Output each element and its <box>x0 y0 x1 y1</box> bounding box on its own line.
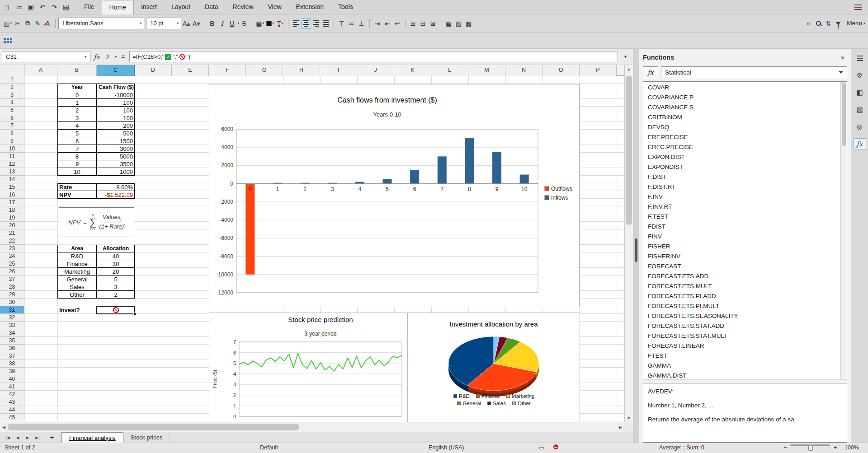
column-header-E[interactable]: E <box>172 65 209 76</box>
menu-layout[interactable]: Layout <box>164 0 198 14</box>
menu-extension[interactable]: Extension <box>289 0 331 14</box>
font-color-button[interactable]: T▾ <box>275 18 285 29</box>
row-header-11[interactable]: 11 <box>0 153 24 160</box>
cell-C27[interactable]: 5 <box>97 276 135 283</box>
menubar-hamburger-icon[interactable] <box>854 5 862 10</box>
column-header-M[interactable]: M <box>468 65 505 76</box>
menu-insert[interactable]: Insert <box>134 0 164 14</box>
column-header-I[interactable]: I <box>320 65 357 76</box>
previous-sheet-icon[interactable]: ◀ <box>13 432 23 443</box>
cell-C26[interactable]: 20 <box>97 268 135 276</box>
font-size-combo[interactable]: 10 pt▾ <box>146 18 181 29</box>
splitter-grip[interactable] <box>635 238 637 262</box>
cell-B3[interactable]: 0 <box>57 91 97 99</box>
insert-function-icon[interactable]: ƒx <box>643 66 658 78</box>
increase-font-size-button[interactable]: A▴ <box>181 18 191 29</box>
menu-file[interactable]: File <box>77 0 102 14</box>
align-center-button[interactable] <box>301 18 311 29</box>
row-header-41[interactable]: 41 <box>0 383 24 391</box>
name-box[interactable]: C31 ▾ <box>2 51 90 62</box>
function-list-item[interactable]: F.DIST <box>643 172 840 182</box>
npv-formula-image[interactable]: NPV = N ∑ i=0 Valuesi (1+ Rate)i <box>59 207 134 237</box>
column-header-J[interactable]: J <box>357 65 394 76</box>
scroll-up-icon[interactable]: ▲ <box>625 65 633 73</box>
cell-B13[interactable]: 10 <box>57 168 97 176</box>
row-header-23[interactable]: 23 <box>0 245 24 252</box>
cell-cursor[interactable] <box>96 306 135 314</box>
paste-button[interactable]: ▥▾ <box>3 18 13 29</box>
bold-button[interactable]: B <box>207 18 217 29</box>
cell-C6[interactable]: 100 <box>97 114 135 122</box>
row-header-2[interactable]: 2 <box>0 84 24 91</box>
add-sheet-button[interactable]: + <box>46 432 58 443</box>
cell-C8[interactable]: 500 <box>97 130 135 137</box>
function-list-item[interactable]: FTEST <box>643 351 840 361</box>
column-header-O[interactable]: O <box>542 65 580 76</box>
row-header-28[interactable]: 28 <box>0 283 24 291</box>
function-list-item[interactable]: FORECAST.ETS.PI.MULT <box>643 301 840 311</box>
cell-C23[interactable]: Allocation <box>97 245 135 252</box>
clone-formatting-button[interactable]: ✎ <box>33 18 42 29</box>
search-icon[interactable] <box>813 18 823 29</box>
row-header-45[interactable]: 45 <box>0 414 24 421</box>
horizontal-scrollbar[interactable]: ◀ ▶ <box>0 422 624 432</box>
align-justify-button[interactable] <box>321 18 331 29</box>
formula-input[interactable]: =IF(C16>0," ✓ "," ") <box>129 51 618 62</box>
cell-B2[interactable]: Year <box>57 84 97 91</box>
row-header-9[interactable]: 9 <box>0 137 24 145</box>
function-list-item[interactable]: ERFC.PRECISE <box>643 142 840 152</box>
document-modified-icon[interactable] <box>553 444 558 449</box>
function-list-item[interactable]: COVARIANCE.P <box>643 93 840 103</box>
row-header-1[interactable]: 1 <box>0 76 24 84</box>
cell-B16[interactable]: NPV <box>57 191 97 199</box>
autosum-icon[interactable]: Σ <box>103 51 113 62</box>
decrease-font-size-button[interactable]: A▾ <box>191 18 201 29</box>
strikethrough-button[interactable]: S <box>239 18 249 29</box>
menu-view[interactable]: View <box>260 0 288 14</box>
sidebar-close-icon[interactable]: × <box>838 54 847 61</box>
row-header-21[interactable]: 21 <box>0 229 24 237</box>
formula-equals-icon[interactable]: = <box>118 51 128 62</box>
row-header-36[interactable]: 36 <box>0 345 24 352</box>
underline-button[interactable]: U <box>227 18 237 29</box>
function-list-item[interactable]: DEVSQ <box>643 122 840 132</box>
cell-C15[interactable]: 8.00% <box>97 183 135 191</box>
row-header-17[interactable]: 17 <box>0 199 24 206</box>
menu-review[interactable]: Review <box>226 0 261 14</box>
row-header-34[interactable]: 34 <box>0 329 24 337</box>
cell-B28[interactable]: Sales <box>57 283 97 291</box>
align-right-button[interactable] <box>311 18 321 29</box>
row-header-43[interactable]: 43 <box>0 398 24 406</box>
functions-icon[interactable]: ƒx <box>854 138 866 150</box>
zoom-out-button[interactable]: − <box>783 444 787 451</box>
save-icon[interactable]: ▣ <box>26 3 35 11</box>
toolbar-overflow-icon[interactable]: » <box>803 18 813 29</box>
row-header-8[interactable]: 8 <box>0 130 24 137</box>
cell-B31[interactable]: Invest? <box>57 306 97 314</box>
cell-B12[interactable]: 9 <box>57 160 97 168</box>
row-header-39[interactable]: 39 <box>0 368 24 375</box>
cells-button[interactable]: ▩ <box>464 18 474 29</box>
cell-B10[interactable]: 7 <box>57 145 97 153</box>
align-bottom-button[interactable]: ⊥ <box>357 18 367 29</box>
sidebar-splitter[interactable] <box>633 49 639 443</box>
column-header-D[interactable]: D <box>135 65 172 76</box>
formula-bar-expand-icon[interactable]: ▾ <box>619 51 631 62</box>
cell-B25[interactable]: Finance <box>57 260 97 268</box>
properties-icon[interactable]: ⚙ <box>854 70 866 81</box>
function-list-item[interactable]: F.INV <box>643 192 840 202</box>
navigator-icon[interactable]: ◎ <box>854 121 866 133</box>
cell-C12[interactable]: 3500 <box>97 160 135 168</box>
page-style[interactable]: Default <box>260 444 278 451</box>
open-icon[interactable]: ▱ <box>14 3 24 11</box>
rows-button[interactable]: ▦ <box>444 18 454 29</box>
function-list-item[interactable]: FORECAST.LINEAR <box>643 341 840 351</box>
row-header-22[interactable]: 22 <box>0 237 24 245</box>
cell-B4[interactable]: 1 <box>57 99 97 107</box>
row-header-3[interactable]: 3 <box>0 91 24 99</box>
row-header-26[interactable]: 26 <box>0 268 24 276</box>
cell-B8[interactable]: 5 <box>57 130 97 137</box>
select-all-corner[interactable] <box>0 65 24 76</box>
filter-icon[interactable] <box>833 18 843 29</box>
scroll-down-icon[interactable]: ▼ <box>625 414 633 422</box>
